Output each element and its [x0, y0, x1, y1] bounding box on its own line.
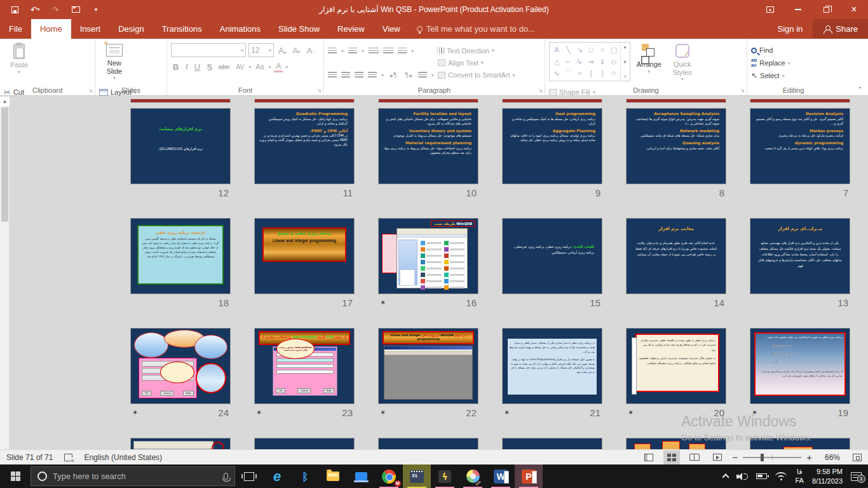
- shape-glyph[interactable]: }: [597, 67, 608, 79]
- tab-view[interactable]: View: [374, 19, 409, 39]
- shape-glyph[interactable]: {: [585, 67, 597, 79]
- tab-insert[interactable]: Insert: [71, 19, 110, 39]
- shape-glyph[interactable]: △: [551, 56, 562, 68]
- strikethrough-button[interactable]: abc: [217, 63, 232, 71]
- redo-icon[interactable]: ↷: [50, 4, 61, 15]
- slide-12-thumbnail[interactable]: نرم افزارهای مشابه:نرم افزارهای QS.LINDO…: [130, 108, 231, 184]
- convert-smartart-button[interactable]: Convert to SmartArt▾: [438, 69, 539, 81]
- volume-icon[interactable]: [736, 472, 748, 481]
- decrease-font-icon[interactable]: A▾: [290, 46, 302, 55]
- taskbar-chrome[interactable]: M: [375, 464, 403, 488]
- change-case-button[interactable]: Aa: [254, 63, 266, 71]
- increase-indent-icon[interactable]: [383, 48, 393, 55]
- vertical-scrollbar[interactable]: ▲: [0, 97, 10, 449]
- clear-formatting-icon[interactable]: A◌: [304, 46, 316, 55]
- tab-file[interactable]: File: [0, 19, 31, 39]
- close-button[interactable]: ×: [840, 0, 868, 19]
- align-text-button[interactable]: Align Text▾: [438, 57, 539, 69]
- clock[interactable]: 9:58 PM8/11/2023: [812, 467, 843, 486]
- zoom-out-button[interactable]: −: [732, 452, 738, 462]
- zoom-in-button[interactable]: +: [806, 452, 812, 462]
- scroll-up-icon[interactable]: ▲: [0, 97, 10, 106]
- shapes-scroll-icons[interactable]: ▲▼≡: [620, 43, 629, 80]
- slide-27-thumbnail[interactable]: [502, 438, 602, 449]
- taskbar-bluetooth[interactable]: ᛒ: [291, 464, 319, 488]
- replace-button[interactable]: abacReplace▾: [751, 57, 790, 69]
- wifi-icon[interactable]: [775, 472, 787, 480]
- slide-28-thumbnail[interactable]: [378, 438, 478, 449]
- font-size-combo[interactable]: 12▾: [248, 43, 274, 57]
- increase-font-icon[interactable]: A▴: [276, 46, 288, 55]
- shape-glyph[interactable]: ⌒: [562, 67, 574, 79]
- taskbar-search-box[interactable]: Type here to search: [31, 466, 235, 486]
- slide-30-thumbnail[interactable]: [130, 438, 231, 449]
- slide-19-thumbnail[interactable]: برنامه ریزی خطی به صورت استاندارد می توا…: [750, 328, 850, 404]
- taskbar-edge[interactable]: e: [263, 464, 291, 488]
- font-name-combo[interactable]: ▾: [171, 43, 246, 57]
- scrollbar-thumb[interactable]: [1, 107, 8, 222]
- slideshow-view-button[interactable]: [709, 451, 726, 464]
- character-spacing-button[interactable]: AV: [234, 64, 247, 71]
- numbering-icon[interactable]: [348, 48, 357, 55]
- shape-glyph[interactable]: A: [551, 44, 562, 56]
- language-indicator[interactable]: English (United States): [78, 453, 168, 462]
- slide-18-thumbnail[interactable]: تاریخچه برنامه ریزی خطیمسئله به حل یک سی…: [130, 218, 231, 294]
- sign-in-button[interactable]: Sign in: [768, 19, 813, 39]
- find-button[interactable]: Find: [751, 44, 790, 57]
- slide-10-thumbnail[interactable]: Facility location and layoutجانمایی و جا…: [378, 108, 478, 184]
- shape-glyph[interactable]: ≈: [574, 67, 585, 79]
- taskbar-word[interactable]: W: [487, 464, 515, 488]
- ribbon-display-options-icon[interactable]: ▴: [756, 0, 784, 19]
- normal-view-button[interactable]: [641, 451, 657, 464]
- slide-9-thumbnail[interactable]: Goal programmingبرنامه ریزی آرمانی: حل م…: [502, 108, 602, 184]
- text-shadow-button[interactable]: S: [205, 62, 214, 72]
- taskbar-display-app[interactable]: [347, 464, 375, 488]
- slide-23-thumbnail[interactable]: از منوی File گزینه New Problem را انتخاب…: [254, 328, 355, 404]
- paste-button[interactable]: Paste▾: [4, 42, 34, 84]
- taskbar-media-player[interactable]: [403, 464, 431, 488]
- align-right-icon[interactable]: [355, 72, 363, 79]
- slide-22-thumbnail[interactable]: در منوی WinQSB بر روی آیکن Linear and in…: [378, 328, 478, 404]
- justify-icon[interactable]: [368, 72, 377, 79]
- zoom-level[interactable]: 66%: [818, 453, 846, 462]
- shape-glyph[interactable]: ∿: [551, 67, 562, 79]
- slide-25-thumbnail[interactable]: [750, 438, 850, 449]
- quick-styles-button[interactable]: Quick Styles▾: [668, 42, 697, 84]
- tab-review[interactable]: Review: [329, 19, 374, 39]
- reading-view-button[interactable]: [686, 451, 703, 464]
- slide-13-thumbnail[interactable]: مــزایـــای نرم افزاریکی از ساده ترین و …: [750, 218, 850, 294]
- microphone-icon[interactable]: [224, 473, 228, 480]
- task-view-button[interactable]: [235, 464, 263, 488]
- select-button[interactable]: ↖Select▾: [751, 69, 790, 82]
- start-button[interactable]: [0, 464, 31, 488]
- shape-glyph[interactable]: ▢: [608, 44, 620, 56]
- taskbar-file-explorer[interactable]: [319, 464, 347, 488]
- font-color-button[interactable]: A: [274, 61, 283, 72]
- slide-sorter-pane[interactable]: ▲ نرم افزارهای مشابه:نرم افزارهای QS.LIN…: [0, 97, 868, 449]
- slide-8-thumbnail[interactable]: Acceptance Sampling Analysisنمونه گیری ج…: [626, 108, 726, 184]
- share-button[interactable]: Share: [813, 19, 868, 39]
- slide-7-thumbnail[interactable]: Decision Analysisآنالیز تصمیم گیری: حل و…: [750, 108, 850, 184]
- restore-button[interactable]: [812, 0, 840, 19]
- slide-17-thumbnail[interactable]: برنامه ریزی خطی و صحیحLinear and integer…: [254, 218, 355, 294]
- drawing-dialog-launcher-icon[interactable]: ↘: [740, 88, 745, 93]
- text-direction-button[interactable]: Text Direction▾: [438, 44, 539, 57]
- font-dialog-launcher-icon[interactable]: ↘: [317, 88, 322, 93]
- columns-icon[interactable]: [418, 72, 427, 79]
- tray-expand-icon[interactable]: [722, 473, 729, 480]
- shape-glyph[interactable]: ○: [597, 44, 608, 56]
- shape-glyph[interactable]: ⇓: [597, 56, 608, 68]
- line-spacing-icon[interactable]: [398, 48, 407, 55]
- slide-sorter-view-button[interactable]: [663, 451, 680, 464]
- start-from-beginning-icon[interactable]: [70, 4, 81, 15]
- new-slide-button[interactable]: New Slide▾: [99, 42, 130, 84]
- taskbar-winamp[interactable]: ϟ: [431, 464, 459, 488]
- slide-14-thumbnail[interactable]: معایب نرم افزارعدم انجام آنالیز چند طرح …: [626, 218, 726, 294]
- decrease-indent-icon[interactable]: [369, 48, 379, 55]
- battery-icon[interactable]: [756, 473, 767, 479]
- clipboard-dial og-launcher-icon[interactable]: ↘: [88, 88, 93, 93]
- taskbar-powerpoint[interactable]: P: [515, 464, 543, 488]
- shape-glyph[interactable]: ⌐: [562, 56, 574, 68]
- shapes-gallery[interactable]: A╲↘□○▢△⌐↳⇒⇓◇∿⌒≈{}☆ ▲▼≡: [549, 42, 630, 81]
- shape-glyph[interactable]: ╲: [562, 44, 574, 56]
